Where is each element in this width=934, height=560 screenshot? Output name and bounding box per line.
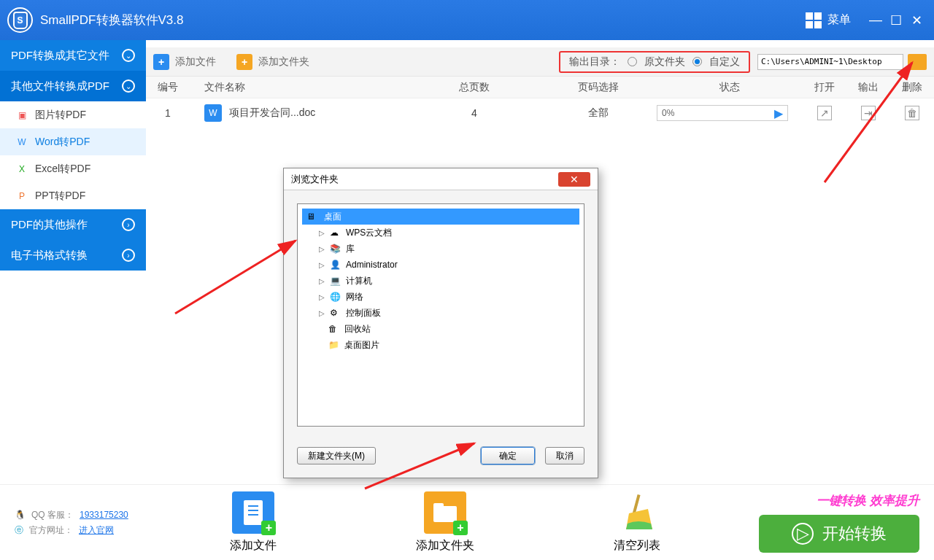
broom-icon <box>616 491 658 534</box>
plus-icon: + <box>236 54 252 70</box>
maximize-button[interactable]: ☐ <box>886 10 906 31</box>
file-icon: + <box>232 491 274 534</box>
slogan: 一键转换 效率提升 <box>730 492 919 509</box>
output-icon[interactable]: ⇥ <box>861 106 876 120</box>
big-add-file-button[interactable]: +添加文件 <box>230 491 277 553</box>
nav-item-ppt-to-pdf[interactable]: PPPT转PDF <box>0 182 146 209</box>
dialog-title: 浏览文件夹 <box>291 173 339 186</box>
nav-item-image-to-pdf[interactable]: ▣图片转PDF <box>0 101 146 128</box>
big-add-folder-button[interactable]: +添加文件夹 <box>416 491 474 553</box>
plus-icon: + <box>153 54 169 70</box>
chevron-right-icon: › <box>122 249 135 262</box>
tree-item-admin[interactable]: ▷👤Administrator <box>302 257 579 273</box>
big-clear-button[interactable]: 清空列表 <box>614 491 660 553</box>
new-folder-button[interactable]: 新建文件夹(M) <box>297 447 376 464</box>
add-folder-button[interactable]: +添加文件夹 <box>236 54 309 70</box>
nav-cat-ebook[interactable]: 电子书格式转换› <box>0 240 146 271</box>
tree-item-recycle[interactable]: 🗑回收站 <box>302 321 579 337</box>
folder-icon: + <box>424 491 466 534</box>
tree-item-network[interactable]: ▷🌐网络 <box>302 289 579 305</box>
play-circle-icon: ▷ <box>792 523 814 545</box>
tree-item-library[interactable]: ▷📚库 <box>302 241 579 257</box>
trash-icon[interactable]: 🗑 <box>905 106 919 120</box>
chevron-down-icon: ⌄ <box>122 79 135 93</box>
penguin-icon: 🐧 <box>15 510 26 520</box>
qq-link[interactable]: 1933175230 <box>80 510 128 520</box>
open-icon[interactable]: ↗ <box>817 106 832 120</box>
browse-folder-button[interactable] <box>908 54 927 70</box>
folder-tree[interactable]: 🖥桌面 ▷☁WPS云文档 ▷📚库 ▷👤Administrator ▷💻计算机 ▷… <box>297 203 584 427</box>
nav-item-word-to-pdf[interactable]: WWord转PDF <box>0 128 146 155</box>
nav-cat-pdf-other-ops[interactable]: PDF的其他操作› <box>0 209 146 240</box>
tree-item-control-panel[interactable]: ▷⚙控制面板 <box>302 305 579 321</box>
table-row[interactable]: 1 W项目开发合同...doc 4 全部 0%▶ ↗ ⇥ 🗑 <box>146 98 934 128</box>
output-label: 输出目录： <box>569 55 620 69</box>
grid-icon <box>806 12 822 28</box>
browse-folder-dialog: 浏览文件夹✕ 🖥桌面 ▷☁WPS云文档 ▷📚库 ▷👤Administrator … <box>283 168 598 478</box>
chevron-down-icon: ⌄ <box>122 49 135 62</box>
svg-rect-0 <box>244 500 263 525</box>
word-icon: W <box>204 104 222 122</box>
table-header: 编号 文件名称 总页数 页码选择 状态 打开 输出 删除 <box>146 77 934 98</box>
cancel-button[interactable]: 取消 <box>545 447 584 464</box>
nav-item-excel-to-pdf[interactable]: XExcel转PDF <box>0 155 146 182</box>
app-title: SmallPDF转换器软件V3.8 <box>40 12 806 28</box>
menu-label: 菜单 <box>827 12 851 28</box>
nav-cat-other-to-pdf[interactable]: 其他文件转换成PDF⌄ <box>0 71 146 101</box>
chevron-right-icon: › <box>122 218 135 231</box>
nav-cat-pdf-to-other[interactable]: PDF转换成其它文件⌄ <box>0 40 146 71</box>
ok-button[interactable]: 确定 <box>481 447 535 464</box>
sidebar: PDF转换成其它文件⌄ 其他文件转换成PDF⌄ ▣图片转PDF WWord转PD… <box>0 40 146 484</box>
close-button[interactable]: ✕ <box>906 10 927 31</box>
dialog-close-button[interactable]: ✕ <box>558 172 590 187</box>
radio-original-folder[interactable] <box>628 57 637 66</box>
svg-rect-5 <box>433 503 444 509</box>
menu-button[interactable]: 菜单 <box>806 12 851 28</box>
add-file-button[interactable]: +添加文件 <box>153 54 216 70</box>
tree-item-desktop-pics[interactable]: 📁桌面图片 <box>302 337 579 353</box>
tree-item-computer[interactable]: ▷💻计算机 <box>302 273 579 289</box>
site-link[interactable]: 进入官网 <box>79 524 114 537</box>
start-convert-button[interactable]: ▷开始转换 <box>759 515 919 553</box>
play-icon[interactable]: ▶ <box>774 106 783 120</box>
output-path-input[interactable] <box>757 54 903 70</box>
tree-item-desktop[interactable]: 🖥桌面 <box>302 209 579 225</box>
minimize-button[interactable]: — <box>865 10 886 31</box>
progress-bar[interactable]: 0%▶ <box>657 105 788 121</box>
radio-custom-folder[interactable] <box>692 57 702 66</box>
ie-icon: ⓔ <box>15 524 23 537</box>
app-logo: S <box>7 7 33 33</box>
output-directory-group: 输出目录： 原文件夹 自定义 <box>559 51 750 73</box>
tree-item-wps[interactable]: ▷☁WPS云文档 <box>302 225 579 241</box>
